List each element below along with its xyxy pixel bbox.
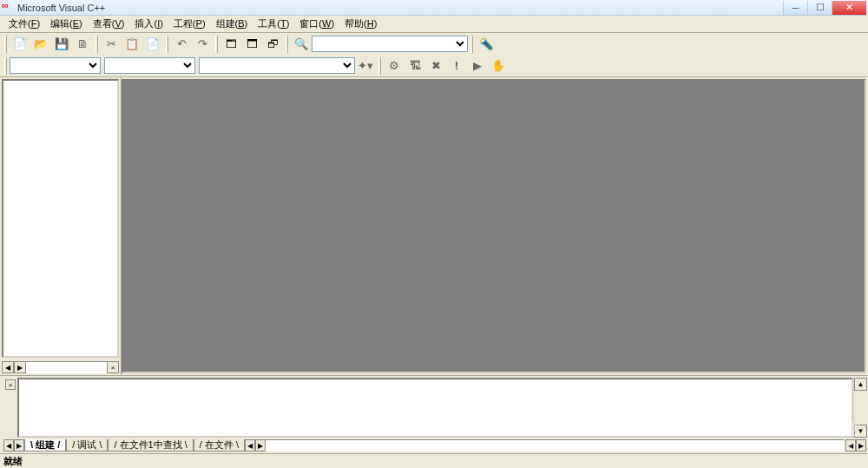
tab-scroll-right2-icon[interactable]: ▶ <box>255 439 266 452</box>
menu-b[interactable]: 组建(B) <box>211 16 253 32</box>
wizard-action-button[interactable]: ✦▾ <box>356 56 375 76</box>
output-tab-1[interactable]: / 调试 \ <box>66 439 108 452</box>
workspace-tree[interactable] <box>2 79 119 358</box>
save-button[interactable]: 💾 <box>52 35 71 54</box>
toolbar-grip[interactable] <box>4 36 7 53</box>
title-bar: Microsoft Visual C++ ─ ☐ ✕ <box>0 0 868 16</box>
save-all-button[interactable]: 🗎 <box>73 35 92 54</box>
app-icon <box>2 2 14 14</box>
toolbars: 📄 📂 💾 🗎 ✂ 📋 📄 ↶ ↷ 🗔 🗖 🗗 🔍 🔦 <box>0 33 868 77</box>
toolbar-grip[interactable] <box>4 57 7 75</box>
redo-button[interactable]: ↷ <box>193 35 212 54</box>
hscroll-left-icon[interactable]: ◀ <box>845 439 856 452</box>
hscroll-right-icon[interactable]: ▶ <box>856 439 866 452</box>
output-button[interactable]: 🗖 <box>242 35 261 54</box>
output-pane: × ▲ ▼ ◀ ▶ \ 组建 // 调试 \/ 在文件1中查找 \/ 在文件 \… <box>0 375 868 453</box>
toolbar-separator <box>470 36 473 53</box>
window-title: Microsoft Visual C++ <box>17 3 783 13</box>
tab-scroll-left-icon[interactable]: ◀ <box>2 361 14 373</box>
status-bar: 就绪 <box>0 453 868 468</box>
workspace-button[interactable]: 🗔 <box>221 35 240 54</box>
build-toolbar: ✦▾ ⚙ 🏗 ✖ ! ▶ ✋ <box>0 55 868 76</box>
filter-combo[interactable] <box>104 57 195 74</box>
status-text: 就绪 <box>3 455 23 468</box>
output-text-area[interactable] <box>17 378 853 438</box>
build-button[interactable]: 🏗 <box>405 56 424 76</box>
output-tab-0[interactable]: \ 组建 / <box>24 439 66 452</box>
scroll-down-icon[interactable]: ▼ <box>854 425 867 438</box>
workspace-tab-strip <box>26 361 107 373</box>
toolbar-separator <box>286 36 288 53</box>
menu-f[interactable]: 文件(F) <box>3 16 45 32</box>
find-combo[interactable] <box>312 36 468 52</box>
editor-mdi-area <box>122 79 866 373</box>
undo-button[interactable]: ↶ <box>172 35 191 54</box>
copy-button[interactable]: 📋 <box>122 35 141 54</box>
maximize-button[interactable]: ☐ <box>807 1 832 15</box>
output-tab-2[interactable]: / 在文件1中查找 \ <box>108 439 193 452</box>
paste-button[interactable]: 📄 <box>143 35 162 54</box>
tab-scroll-left2-icon[interactable]: ◀ <box>245 439 255 452</box>
menu-p[interactable]: 工程(P) <box>168 16 211 32</box>
execute-button[interactable]: ! <box>447 56 466 76</box>
menu-v[interactable]: 查看(V) <box>88 16 130 32</box>
tab-scroll-right-icon[interactable]: ▶ <box>14 361 26 373</box>
close-button[interactable]: ✕ <box>832 1 866 15</box>
class-combo[interactable] <box>10 57 101 74</box>
tab-scroll-left-icon[interactable]: ◀ <box>3 439 14 452</box>
window-controls: ─ ☐ ✕ <box>783 1 866 15</box>
cut-button[interactable]: ✂ <box>102 35 121 54</box>
toolbar-separator <box>95 36 98 53</box>
open-button[interactable]: 📂 <box>31 35 50 54</box>
output-close-icon[interactable]: × <box>5 379 16 390</box>
find-in-files-button[interactable]: 🔍 <box>292 35 311 54</box>
member-combo[interactable] <box>199 57 355 74</box>
breakpoint-button[interactable]: ✋ <box>489 56 508 76</box>
search-button[interactable]: 🔦 <box>477 35 496 54</box>
go-button[interactable]: ▶ <box>468 56 487 76</box>
main-area: ◀ ▶ × <box>0 77 868 375</box>
stop-build-button[interactable]: ✖ <box>426 56 445 76</box>
workspace-close-icon[interactable]: × <box>107 361 119 373</box>
menu-h[interactable]: 帮助(H) <box>339 16 382 32</box>
menu-bar: 文件(F)编辑(E)查看(V)插入(I)工程(P)组建(B)工具(T)窗口(W)… <box>0 16 868 33</box>
minimize-button[interactable]: ─ <box>783 1 807 15</box>
workspace-panel: ◀ ▶ × <box>0 77 122 375</box>
output-tabs: ◀ ▶ \ 组建 // 调试 \/ 在文件1中查找 \/ 在文件 \ ◀ ▶ ◀… <box>0 439 868 453</box>
new-button[interactable]: 📄 <box>10 35 30 54</box>
menu-t[interactable]: 工具(T) <box>253 16 294 32</box>
compile-button[interactable]: ⚙ <box>385 56 404 76</box>
menu-i[interactable]: 插入(I) <box>129 16 168 32</box>
menu-w[interactable]: 窗口(W) <box>294 16 339 32</box>
workspace-tabs: ◀ ▶ × <box>2 359 119 373</box>
output-tab-3[interactable]: / 在文件 \ <box>194 439 245 452</box>
toolbar-separator <box>215 36 218 53</box>
output-tab-strip <box>266 439 844 452</box>
menu-e[interactable]: 编辑(E) <box>45 16 88 32</box>
standard-toolbar: 📄 📂 💾 🗎 ✂ 📋 📄 ↶ ↷ 🗔 🗖 🗗 🔍 🔦 <box>0 33 868 55</box>
output-vertical-scrollbar[interactable]: ▲ ▼ <box>853 378 866 438</box>
scroll-up-icon[interactable]: ▲ <box>854 378 867 391</box>
tab-scroll-right-icon[interactable]: ▶ <box>14 439 24 452</box>
toolbar-separator <box>378 57 381 75</box>
toolbar-separator <box>166 36 168 53</box>
window-list-button[interactable]: 🗗 <box>263 35 282 54</box>
